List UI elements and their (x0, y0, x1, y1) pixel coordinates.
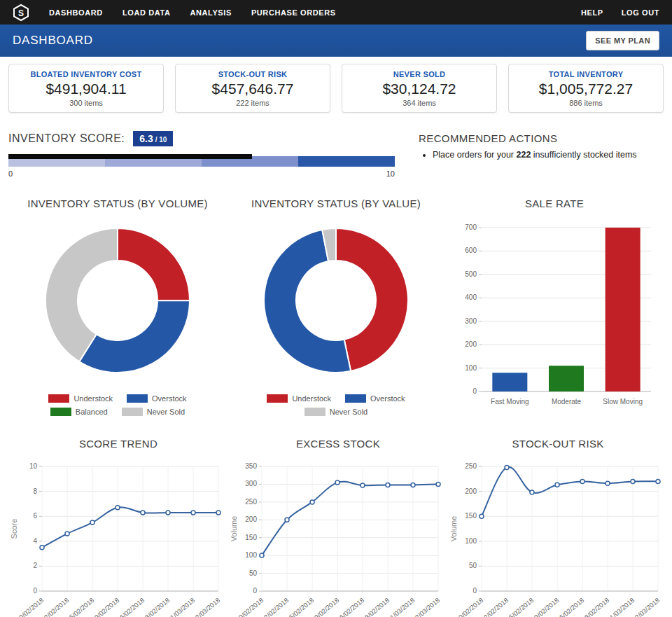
top-navbar: S DASHBOARD LOAD DATA ANALYSIS PURCHASE … (0, 0, 672, 25)
score-scale-max: 10 (386, 169, 395, 178)
svg-text:28/02/2018: 28/02/2018 (360, 596, 391, 617)
svg-text:600: 600 (465, 247, 477, 254)
see-my-plan-button[interactable]: SEE MY PLAN (586, 31, 659, 50)
chart-title-stockout-risk: STOCK-OUT RISK (448, 438, 668, 450)
line-chart-svg: Score024681010/02/201812/02/201815/02/20… (8, 457, 228, 617)
svg-text:500: 500 (465, 270, 477, 278)
svg-text:15/02/2018: 15/02/2018 (285, 596, 315, 617)
svg-text:0: 0 (253, 587, 257, 595)
bar-chart-svg: 0100200300400500600700Fast MovingModerat… (448, 216, 661, 418)
svg-text:10/02/2018: 10/02/2018 (454, 596, 484, 617)
svg-text:4: 4 (33, 537, 37, 545)
svg-text:Slow Moving: Slow Moving (603, 398, 643, 405)
svg-text:Score: Score (10, 519, 18, 539)
svg-text:1/03/2018: 1/03/2018 (388, 596, 416, 617)
line-chart-excess-stock: Volume05010015020025030035010/02/201812/… (228, 457, 448, 617)
svg-text:2/03/2018: 2/03/2018 (414, 596, 441, 617)
svg-text:300: 300 (465, 317, 477, 325)
svg-text:2/03/2018: 2/03/2018 (194, 596, 221, 617)
svg-text:12/02/2018: 12/02/2018 (260, 596, 290, 617)
legend-item-understock[interactable]: Understock (48, 394, 113, 403)
recommended-actions-block: RECOMMENDED ACTIONS Place orders for you… (395, 131, 664, 178)
nav-item-load-data[interactable]: LOAD DATA (122, 8, 171, 17)
score-value: 6.3 (139, 133, 153, 144)
stat-items-count: 222 items (178, 99, 327, 107)
stat-card-bloated-inventory: BLOATED INVENTORY COST $491,904.11 300 i… (8, 64, 164, 113)
svg-text:1/03/2018: 1/03/2018 (608, 596, 636, 617)
svg-text:250: 250 (245, 498, 257, 506)
stat-value: $1,005,772.27 (512, 81, 660, 97)
stat-title: TOTAL INVENTORY (512, 70, 660, 78)
donut-svg (34, 216, 202, 384)
nav-item-dashboard[interactable]: DASHBOARD (49, 8, 103, 17)
line-chart-svg: Volume05010015020025010/02/201812/02/201… (448, 457, 668, 617)
stat-value: $30,124.72 (345, 81, 493, 97)
svg-text:26/02/2018: 26/02/2018 (335, 596, 365, 617)
stat-items-count: 886 items (512, 99, 660, 107)
svg-text:Moderate: Moderate (552, 398, 582, 405)
svg-text:19/02/2018: 19/02/2018 (310, 596, 340, 617)
legend-item-understock[interactable]: Understock (267, 394, 331, 403)
app-logo[interactable]: S (13, 4, 29, 21)
legend-item-overstock[interactable]: Overstock (127, 394, 187, 403)
stat-items-count: 364 items (345, 99, 493, 107)
page-header: DASHBOARD SEE MY PLAN (0, 25, 672, 57)
donut-svg (252, 216, 420, 384)
svg-text:26/02/2018: 26/02/2018 (555, 596, 585, 617)
donut-chart-status-value: UnderstockOverstockNever Sold (227, 216, 445, 416)
svg-text:8: 8 (33, 487, 37, 495)
inventory-score-block: INVENTORY SCORE: 6.3 / 10 0 10 (8, 131, 395, 178)
svg-text:200: 200 (465, 340, 477, 348)
svg-text:50: 50 (469, 562, 477, 569)
nav-item-purchase-orders[interactable]: PURCHASE ORDERS (251, 8, 336, 17)
score-scale-min: 0 (8, 169, 13, 178)
stat-card-never-sold: NEVER SOLD $30,124.72 364 items (342, 64, 497, 113)
svg-text:19/02/2018: 19/02/2018 (90, 596, 120, 617)
logo-hexagon-icon: S (13, 4, 29, 21)
score-max: / 10 (155, 136, 167, 144)
legend-item-never-sold[interactable]: Never Sold (304, 408, 368, 416)
nav-item-logout[interactable]: LOG OUT (622, 8, 659, 17)
svg-text:200: 200 (465, 487, 477, 495)
line-chart-stockout-risk: Volume05010015020025010/02/201812/02/201… (448, 457, 668, 617)
recommended-action-item: Place orders for your 222 insufficiently… (433, 150, 664, 160)
svg-text:150: 150 (245, 534, 257, 541)
score-indicator (8, 154, 252, 159)
svg-text:200: 200 (245, 515, 257, 523)
legend-item-never-sold[interactable]: Never Sold (122, 408, 185, 416)
legend-item-overstock[interactable]: Overstock (345, 394, 405, 403)
svg-text:300: 300 (245, 480, 257, 487)
svg-text:150: 150 (465, 512, 477, 520)
stat-card-total-inventory: TOTAL INVENTORY $1,005,772.27 886 items (508, 64, 664, 113)
svg-text:28/02/2018: 28/02/2018 (580, 596, 610, 617)
stat-title: STOCK-OUT RISK (178, 70, 327, 78)
chart-legend: UnderstockOverstockNever Sold (245, 394, 427, 416)
svg-text:2/03/2018: 2/03/2018 (634, 596, 661, 617)
svg-text:250: 250 (465, 462, 477, 470)
nav-item-analysis[interactable]: ANALYSIS (190, 8, 231, 17)
svg-text:1/03/2018: 1/03/2018 (169, 596, 196, 617)
chart-title-sale-rate: SALE RATE (445, 197, 664, 209)
svg-text:26/02/2018: 26/02/2018 (115, 596, 146, 617)
line-chart-svg: Volume05010015020025030035010/02/201812/… (228, 457, 448, 617)
svg-text:100: 100 (465, 537, 477, 545)
donut-chart-status-volume: UnderstockOverstockBalancedNever Sold (8, 216, 227, 416)
stat-value: $491,904.11 (12, 81, 160, 97)
nav-menu: DASHBOARD LOAD DATA ANALYSIS PURCHASE OR… (49, 8, 581, 17)
score-badge: 6.3 / 10 (133, 131, 173, 146)
stat-cards-row: BLOATED INVENTORY COST $491,904.11 300 i… (8, 64, 664, 113)
chart-title-excess-stock: EXCESS STOCK (228, 438, 448, 450)
svg-text:6: 6 (33, 512, 37, 520)
svg-text:700: 700 (465, 223, 477, 231)
svg-text:Fast Moving: Fast Moving (491, 398, 528, 405)
legend-item-balanced[interactable]: Balanced (50, 408, 108, 416)
chart-title-status-volume: INVENTORY STATUS (BY VOLUME) (8, 197, 227, 209)
svg-text:400: 400 (465, 293, 477, 301)
nav-item-help[interactable]: HELP (581, 8, 603, 17)
svg-text:10: 10 (29, 462, 38, 470)
stat-title: NEVER SOLD (345, 70, 493, 78)
stat-items-count: 300 items (12, 99, 160, 107)
svg-text:10/02/2018: 10/02/2018 (15, 596, 45, 617)
svg-text:28/02/2018: 28/02/2018 (141, 596, 171, 617)
inventory-score-label: INVENTORY SCORE: (8, 132, 125, 145)
